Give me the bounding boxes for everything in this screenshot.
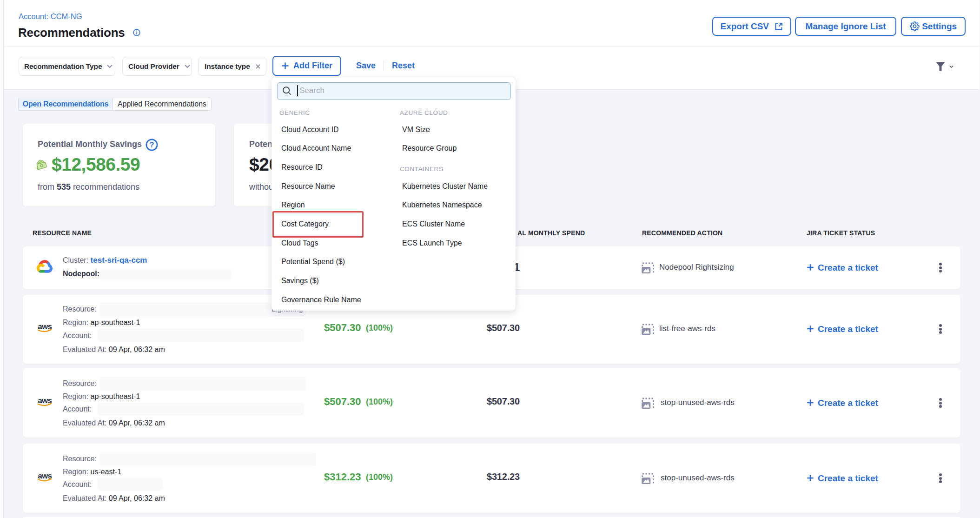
svg-text:?: ?: [149, 140, 154, 149]
